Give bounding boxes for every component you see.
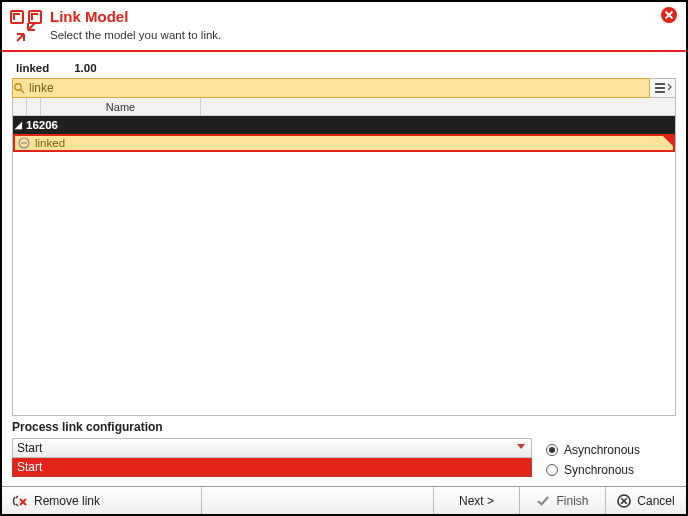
selection-version: 1.00	[74, 62, 96, 74]
grid-header: Name	[13, 98, 675, 116]
search-box[interactable]	[12, 78, 650, 98]
filter-options-button[interactable]	[650, 78, 676, 98]
svg-rect-1	[29, 11, 41, 23]
radio-icon	[546, 444, 558, 456]
link-model-icon	[8, 8, 44, 44]
cancel-label: Cancel	[637, 494, 674, 508]
grid-header-spacer	[27, 98, 41, 115]
radio-icon	[546, 464, 558, 476]
radio-label: Synchronous	[564, 463, 634, 477]
model-icon	[17, 136, 31, 150]
svg-rect-6	[655, 87, 665, 89]
svg-rect-7	[655, 91, 665, 93]
grid-row-name: linked	[35, 137, 65, 149]
svg-point-3	[15, 84, 21, 90]
model-grid: Name ◢ 16206 linked	[12, 98, 676, 416]
remove-link-button[interactable]: Remove link	[2, 487, 202, 514]
finish-button[interactable]: Finish	[520, 487, 606, 514]
grid-header-name[interactable]: Name	[41, 98, 201, 115]
grid-group-row[interactable]: ◢ 16206	[13, 116, 675, 134]
dialog-footer: Remove link Next > Finish Cancel	[2, 486, 686, 514]
footer-spacer	[202, 487, 434, 514]
radio-asynchronous[interactable]: Asynchronous	[546, 440, 676, 460]
combo-option-start[interactable]: Start	[12, 457, 532, 477]
grid-group-label: 16206	[26, 119, 58, 131]
svg-rect-5	[655, 83, 665, 85]
search-input[interactable]	[29, 79, 649, 97]
dialog-subtitle: Select the model you want to link.	[50, 28, 221, 42]
grid-header-spacer	[13, 98, 27, 115]
search-icon	[13, 82, 29, 94]
link-model-dialog: Link Model Select the model you want to …	[0, 0, 688, 516]
selection-name: linked	[16, 62, 71, 74]
dialog-header: Link Model Select the model you want to …	[2, 2, 686, 52]
config-title: Process link configuration	[12, 420, 676, 434]
cancel-icon	[617, 494, 631, 508]
collapse-icon: ◢	[15, 120, 22, 130]
svg-rect-0	[11, 11, 23, 23]
combo-option-label: Start	[17, 460, 42, 474]
dialog-title: Link Model	[50, 8, 221, 26]
chevron-down-icon	[517, 444, 525, 449]
selection-corner-icon	[663, 136, 673, 146]
next-button[interactable]: Next >	[434, 487, 520, 514]
grid-row-selected[interactable]: linked	[13, 134, 675, 152]
next-label: Next >	[459, 494, 494, 508]
selection-info: linked 1.00	[12, 60, 676, 78]
combo-value: Start	[17, 441, 42, 455]
start-event-combo[interactable]: Start	[12, 438, 532, 458]
cancel-button[interactable]: Cancel	[606, 487, 686, 514]
check-icon	[536, 495, 550, 507]
radio-label: Asynchronous	[564, 443, 640, 457]
close-button[interactable]	[660, 6, 678, 24]
finish-label: Finish	[556, 494, 588, 508]
svg-line-4	[21, 90, 25, 94]
radio-synchronous[interactable]: Synchronous	[546, 460, 676, 480]
remove-link-icon	[12, 494, 28, 508]
remove-link-label: Remove link	[34, 494, 100, 508]
